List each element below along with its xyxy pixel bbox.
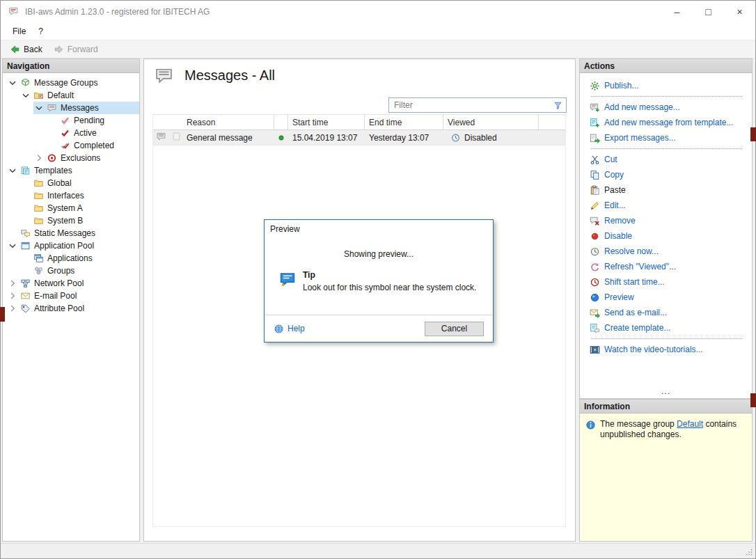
- tree-spacer: [20, 190, 31, 201]
- column-header-reason[interactable]: Reason: [182, 115, 274, 129]
- tree-item-completed[interactable]: Completed: [3, 139, 139, 152]
- tree-indent: [3, 152, 33, 164]
- action-export-messages[interactable]: Export messages...: [590, 130, 749, 145]
- action-create-template[interactable]: Create template...: [590, 320, 749, 336]
- tree-item-message-groups[interactable]: Message Groups: [3, 77, 139, 89]
- chevron-down-icon[interactable]: [7, 77, 18, 88]
- actions-separator: [591, 338, 742, 339]
- tree-item-attribute-pool[interactable]: Attribute Pool: [3, 302, 139, 315]
- edit-icon: [590, 200, 600, 211]
- action-publish[interactable]: Publish...: [590, 78, 749, 93]
- close-button[interactable]: ×: [724, 1, 755, 22]
- message-end-time: Yesterday 13:07: [365, 133, 443, 143]
- actions-overflow[interactable]: ...: [580, 386, 752, 398]
- tree-spacer: [20, 253, 31, 264]
- tree-item-applications[interactable]: Applications: [3, 252, 139, 265]
- chevron-right-icon[interactable]: [7, 278, 18, 289]
- chevron-down-icon[interactable]: [33, 102, 45, 113]
- tree-spacer: [20, 265, 31, 276]
- action-watch-the-video-tutorials[interactable]: Watch the video-tutorials...: [590, 342, 749, 357]
- chevron-right-icon[interactable]: [7, 290, 18, 301]
- column-header-end-time[interactable]: End time: [365, 115, 443, 129]
- tree-item-label: Completed: [72, 141, 114, 150]
- action-add-new-message[interactable]: Add new message...: [590, 100, 749, 115]
- action-paste[interactable]: Paste: [590, 182, 749, 198]
- tree-spacer: [47, 127, 58, 139]
- action-label: Copy: [604, 170, 624, 180]
- navigation-header: Navigation: [3, 59, 139, 73]
- navigation-tree: Message GroupsDefaultMessagesPendingActi…: [3, 73, 139, 541]
- cancel-button[interactable]: Cancel: [425, 322, 484, 336]
- toolbar: Back Forward: [1, 40, 755, 58]
- action-cut[interactable]: Cut: [590, 152, 749, 167]
- chevron-right-icon[interactable]: [33, 152, 45, 164]
- dialog-title: Preview: [265, 220, 493, 234]
- viewed-disabled-icon: [450, 133, 461, 143]
- chevron-down-icon[interactable]: [7, 165, 18, 176]
- tip-bubble-icon: [278, 271, 297, 288]
- action-remove[interactable]: Remove: [590, 213, 749, 228]
- paste-icon: [590, 185, 600, 196]
- chevron-down-icon[interactable]: [7, 240, 18, 251]
- edge-marker: [750, 393, 756, 407]
- action-label: Refresh "Viewed"...: [604, 262, 676, 271]
- action-copy[interactable]: Copy: [590, 167, 749, 182]
- action-edit[interactable]: Edit...: [590, 198, 749, 213]
- menu-help[interactable]: ?: [32, 24, 49, 38]
- tree-item-messages[interactable]: Messages: [3, 102, 139, 114]
- action-add-new-message-from-template[interactable]: Add new message from template...: [590, 115, 749, 130]
- table-row[interactable]: General message 15.04.2019 13:07 Yesterd…: [153, 130, 565, 145]
- message-start-time: 15.04.2019 13:07: [288, 133, 365, 143]
- action-label: Shift start time...: [604, 277, 665, 287]
- maximize-button[interactable]: □: [693, 1, 724, 22]
- tree-item-system-a[interactable]: System A: [3, 202, 139, 214]
- tree-item-system-b[interactable]: System B: [3, 214, 139, 227]
- filter-box: [388, 97, 567, 113]
- filter-icon[interactable]: [553, 101, 562, 110]
- app-window: IBI-aws Admin 1.23.0 - registered for IB…: [0, 0, 756, 559]
- tree-indent: [3, 102, 33, 114]
- action-disable[interactable]: Disable: [590, 228, 749, 244]
- publish-icon: [590, 81, 600, 91]
- default-group-link[interactable]: Default: [677, 419, 703, 429]
- action-send-as-e-mail[interactable]: Send as e-mail...: [590, 305, 749, 320]
- menu-file[interactable]: File: [6, 24, 32, 38]
- forward-icon: [54, 45, 64, 54]
- tree-item-templates[interactable]: Templates: [3, 164, 139, 177]
- tree-item-exclusions[interactable]: Exclusions: [3, 152, 139, 164]
- action-refresh-viewed[interactable]: Refresh "Viewed"...: [590, 259, 749, 274]
- chevron-right-icon[interactable]: [7, 303, 18, 314]
- create-template-icon: [590, 323, 600, 333]
- tree-item-application-pool[interactable]: Application Pool: [3, 239, 139, 252]
- back-button[interactable]: Back: [5, 43, 47, 56]
- action-shift-start-time[interactable]: Shift start time...: [590, 274, 749, 290]
- help-link[interactable]: Help: [274, 324, 305, 334]
- column-header-start-time[interactable]: Start time: [288, 115, 365, 129]
- minimize-button[interactable]: –: [661, 1, 693, 22]
- column-header-viewed[interactable]: Viewed: [443, 115, 539, 129]
- chevron-down-icon[interactable]: [20, 90, 31, 101]
- resize-grip-icon[interactable]: [744, 547, 754, 557]
- action-preview[interactable]: Preview: [590, 290, 749, 305]
- dialog-footer: Help Cancel: [265, 315, 493, 342]
- tree-item-active[interactable]: Active: [3, 127, 139, 139]
- tree-item-groups[interactable]: Groups: [3, 265, 139, 277]
- tree-item-interfaces[interactable]: Interfaces: [3, 189, 139, 202]
- filter-row: [388, 97, 567, 113]
- action-label: Send as e-mail...: [604, 308, 667, 317]
- column-header-status[interactable]: [274, 115, 288, 129]
- tree-item-e-mail-pool[interactable]: E-mail Pool: [3, 290, 139, 302]
- tree-item-label: System B: [46, 216, 83, 226]
- cut-icon: [590, 155, 600, 165]
- action-resolve-now[interactable]: Resolve now...: [590, 244, 749, 259]
- tree-item-static-messages[interactable]: Static Messages: [3, 227, 139, 239]
- tree-item-global[interactable]: Global: [3, 177, 139, 189]
- filter-input[interactable]: [394, 100, 551, 110]
- video-icon: [590, 345, 600, 355]
- statusbar: [1, 543, 755, 558]
- tree-item-network-pool[interactable]: Network Pool: [3, 277, 139, 290]
- tree-item-default[interactable]: Default: [3, 89, 139, 102]
- tree-item-pending[interactable]: Pending: [3, 114, 139, 127]
- actions-separator: [591, 96, 742, 97]
- forward-button[interactable]: Forward: [49, 43, 103, 56]
